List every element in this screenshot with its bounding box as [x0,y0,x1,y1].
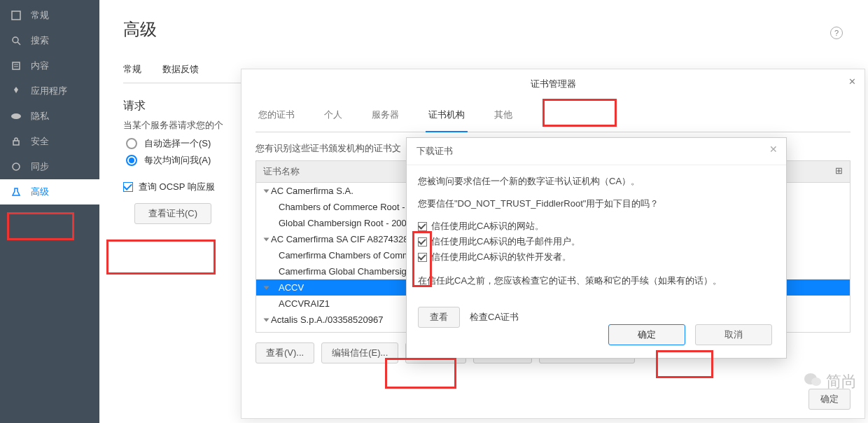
page-title: 高级 [123,18,847,41]
sidebar-item-privacy[interactable]: 隐私 [0,104,99,129]
svg-rect-7 [13,141,19,145]
checkbox-icon [123,182,133,192]
radio-icon [126,155,137,166]
cert-view-button[interactable]: 查看(V)... [255,342,314,363]
dlg-footer: 确定 取消 [608,324,772,345]
dlg-line2: 您要信任"DO_NOT_TRUST_FiddlerRoot"用于如下目的吗？ [418,197,775,210]
sidebar-item-security[interactable]: 安全 [0,129,99,154]
trust-email-checkbox[interactable]: 信任使用此CA标识的电子邮件用户。 [418,235,775,248]
sidebar-item-advanced[interactable]: 高级 [0,179,99,204]
highlight-sidebar-advanced [7,212,74,240]
mask-icon [10,110,22,123]
dlg-line3: 在信任此CA之前，您应该检查它的证书、策略和它的手续（如果有的话）。 [418,275,775,287]
svg-line-2 [18,42,20,45]
sidebar-item-sync[interactable]: 同步 [0,154,99,179]
certmgr-tab-people[interactable]: 个人 [321,99,345,132]
column-menu-icon[interactable]: ⊞ [835,165,843,178]
flask-icon [10,186,22,198]
sidebar-item-search[interactable]: 搜索 [0,28,99,53]
svg-rect-0 [12,11,20,20]
highlight-ca-tab [542,99,617,127]
search-icon [10,34,22,47]
close-icon[interactable]: ✕ [769,144,778,155]
dlg-view-button[interactable]: 查看 [418,307,460,328]
settings-sidebar: 常规 搜索 内容 应用程序 隐私 安全 同步 高级 [0,0,99,423]
sidebar-item-content[interactable]: 内容 [0,53,99,78]
svg-rect-3 [13,62,20,69]
dlg-view-label: 检查CA证书 [470,311,519,324]
view-certificates-button[interactable]: 查看证书(C) [134,203,211,224]
highlight-import [385,358,456,389]
wechat-icon [804,372,822,391]
certmgr-tab-authorities[interactable]: 证书机构 [426,99,468,132]
rocket-icon [10,85,22,97]
certmgr-tab-servers[interactable]: 服务器 [369,99,402,132]
svg-point-1 [13,37,18,43]
svg-point-9 [811,377,821,386]
watermark: 简尚 [804,371,857,392]
tab-general[interactable]: 常规 [123,56,141,83]
highlight-trust-checks [412,231,432,287]
certmgr-title: 证书管理器 [241,69,864,99]
close-icon[interactable]: ✕ [848,76,856,87]
dlg-line1: 您被询问要求信任一个新的数字证书认证机构（CA）。 [418,175,775,188]
sync-icon [10,160,22,173]
dlg-title: 下载证书 ✕ [407,138,786,165]
download-cert-dialog: 下载证书 ✕ 您被询问要求信任一个新的数字证书认证机构（CA）。 您要信任"DO… [406,137,787,359]
highlight-view-cert [106,240,216,275]
svg-point-6 [11,113,21,119]
tab-data-feedback[interactable]: 数据反馈 [162,56,199,83]
checkbox-icon [418,222,427,231]
content-icon [10,60,22,72]
dlg-view-row: 查看 检查CA证书 [418,307,519,328]
certmgr-tab-others[interactable]: 其他 [491,99,515,132]
radio-icon [126,138,137,149]
sidebar-item-apps[interactable]: 应用程序 [0,78,99,104]
trust-websites-checkbox[interactable]: 信任使用此CA标识的网站。 [418,220,775,233]
dlg-ok-button[interactable]: 确定 [608,324,685,345]
lock-icon [10,135,22,148]
certmgr-tab-your[interactable]: 您的证书 [255,99,298,132]
general-icon [10,9,22,22]
help-icon[interactable]: ? [830,27,843,39]
trust-software-checkbox[interactable]: 信任使用此CA标识的软件开发者。 [418,251,775,263]
highlight-ok [656,350,713,378]
dlg-body: 您被询问要求信任一个新的数字证书认证机构（CA）。 您要信任"DO_NOT_TR… [407,165,786,347]
dlg-cancel-button[interactable]: 取消 [695,324,772,345]
sidebar-item-general[interactable]: 常规 [0,3,99,28]
